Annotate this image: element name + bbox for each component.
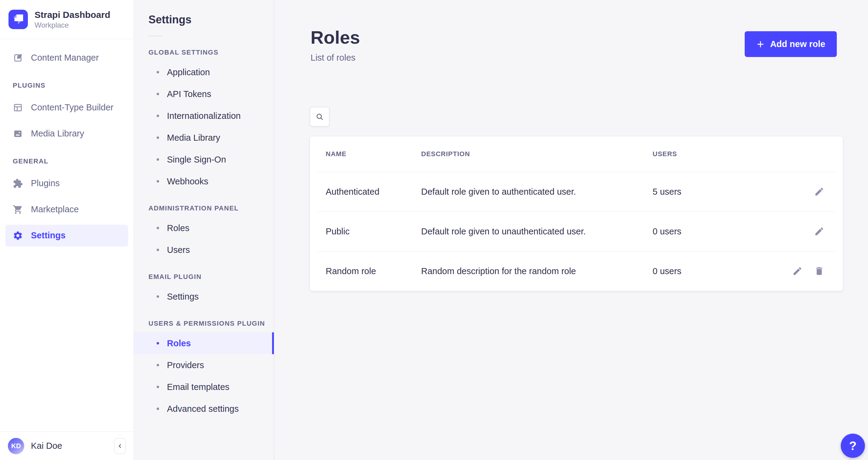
help-button[interactable]: ? <box>841 434 865 458</box>
subnav-item-webhooks[interactable]: Webhooks <box>134 170 274 192</box>
bullet-icon <box>157 249 159 251</box>
strapi-admin-app: Strapi Dashboard Workplace Content Manag… <box>0 0 868 460</box>
content-manager-icon <box>13 53 23 63</box>
sidebar-item-content-manager[interactable]: Content Manager <box>5 47 128 69</box>
edit-pencil-icon <box>814 226 825 236</box>
settings-subnav: Settings GLOBAL SETTINGS Application API… <box>134 0 274 460</box>
role-users-count: 0 users <box>653 227 765 236</box>
role-description: Random description for the random role <box>421 266 653 276</box>
plus-icon <box>756 40 765 49</box>
strapi-logo-icon <box>8 10 28 29</box>
bullet-icon <box>157 180 159 182</box>
subnav-item-up-roles[interactable]: Roles <box>134 332 274 354</box>
subnav-item-admin-users[interactable]: Users <box>134 239 274 261</box>
bullet-icon <box>157 158 159 161</box>
trash-icon <box>814 266 825 276</box>
avatar: KD <box>8 438 24 454</box>
table-row-authenticated[interactable]: Authenticated Default role given to auth… <box>310 172 843 211</box>
column-header-description: DESCRIPTION <box>421 150 653 158</box>
roles-table: NAME DESCRIPTION USERS Authenticated Def… <box>310 137 843 291</box>
subnav-section-email-plugin: EMAIL PLUGIN <box>134 273 274 286</box>
user-name: Kai Doe <box>31 441 62 451</box>
role-users-count: 0 users <box>653 266 765 276</box>
sidebar-item-label: Media Library <box>31 128 84 139</box>
bullet-icon <box>157 295 159 298</box>
sidebar-item-content-type-builder[interactable]: Content-Type Builder <box>5 97 128 119</box>
sidebar-item-label: Settings <box>31 230 65 240</box>
bullet-icon <box>157 386 159 388</box>
search-button[interactable] <box>310 107 329 126</box>
table-row-public[interactable]: Public Default role given to unauthentic… <box>310 212 843 251</box>
sidebar-item-label: Plugins <box>31 178 60 188</box>
sidebar-item-label: Content-Type Builder <box>31 103 113 113</box>
role-users-count: 5 users <box>653 187 765 197</box>
workspace-switcher[interactable]: Strapi Dashboard Workplace <box>0 0 134 39</box>
user-menu[interactable]: KD Kai Doe <box>8 438 62 454</box>
subnav-item-api-tokens[interactable]: API Tokens <box>134 83 274 105</box>
subnav-item-media-library[interactable]: Media Library <box>134 127 274 149</box>
page-subtitle: List of roles <box>311 53 360 63</box>
page-title: Roles <box>311 29 360 47</box>
settings-gear-icon <box>13 230 23 241</box>
subnav-item-email-settings[interactable]: Settings <box>134 286 274 308</box>
media-library-icon <box>13 128 23 139</box>
workspace-title: Strapi Dashboard <box>35 9 110 21</box>
plugins-icon <box>13 178 23 189</box>
subnav-item-admin-roles[interactable]: Roles <box>134 217 274 239</box>
nav-section-plugins: PLUGINS <box>0 73 134 97</box>
bullet-icon <box>157 407 159 410</box>
sidebar-item-label: Marketplace <box>31 204 79 214</box>
subnav-item-advanced-settings[interactable]: Advanced settings <box>134 398 274 420</box>
sidebar-item-media-library[interactable]: Media Library <box>5 123 128 145</box>
column-header-name: NAME <box>326 150 421 158</box>
main-navigation: Strapi Dashboard Workplace Content Manag… <box>0 0 134 460</box>
bullet-icon <box>157 364 159 366</box>
sidebar-item-plugins[interactable]: Plugins <box>5 173 128 194</box>
subnav-item-providers[interactable]: Providers <box>134 354 274 376</box>
subnav-section-users-permissions-plugin: USERS & PERMISSIONS PLUGIN <box>134 320 274 332</box>
role-name: Random role <box>326 266 421 276</box>
sidebar-footer: KD Kai Doe <box>0 431 134 460</box>
edit-pencil-icon <box>814 186 825 197</box>
marketplace-icon <box>13 204 23 215</box>
subnav-title: Settings <box>134 0 274 26</box>
sidebar-item-settings[interactable]: Settings <box>5 225 128 247</box>
role-description: Default role given to unauthenticated us… <box>421 227 653 236</box>
subnav-section-administration-panel: ADMINISTRATION PANEL <box>134 204 274 217</box>
main-content: Roles List of roles Add new role NAME <box>274 0 868 460</box>
edit-pencil-icon <box>792 266 803 276</box>
bullet-icon <box>157 137 159 139</box>
workspace-subtitle: Workplace <box>35 21 110 30</box>
subnav-item-email-templates[interactable]: Email templates <box>134 376 274 398</box>
subnav-divider <box>149 36 163 36</box>
edit-role-button[interactable] <box>812 225 826 238</box>
column-header-users: USERS <box>653 150 765 158</box>
subnav-item-single-sign-on[interactable]: Single Sign-On <box>134 149 274 170</box>
sidebar-item-marketplace[interactable]: Marketplace <box>5 199 128 221</box>
bullet-icon <box>157 71 159 74</box>
search-icon <box>315 112 324 121</box>
bullet-icon <box>157 93 159 95</box>
table-row-random-role[interactable]: Random role Random description for the r… <box>310 251 843 291</box>
collapse-sidebar-button[interactable] <box>114 438 126 454</box>
bullet-icon <box>157 115 159 117</box>
content-type-builder-icon <box>13 103 23 113</box>
role-name: Public <box>326 227 421 236</box>
add-new-role-button[interactable]: Add new role <box>745 31 837 57</box>
role-description: Default role given to authenticated user… <box>421 187 653 197</box>
sidebar-item-label: Content Manager <box>31 53 99 63</box>
bullet-icon <box>157 227 159 229</box>
subnav-section-global-settings: GLOBAL SETTINGS <box>134 49 274 61</box>
nav-section-general: GENERAL <box>0 149 134 173</box>
question-mark-icon: ? <box>849 439 857 453</box>
edit-role-button[interactable] <box>812 185 826 198</box>
chevron-left-icon <box>117 443 123 450</box>
subnav-item-application[interactable]: Application <box>134 61 274 83</box>
role-name: Authenticated <box>326 187 421 197</box>
delete-role-button[interactable] <box>812 264 826 278</box>
edit-role-button[interactable] <box>791 264 804 278</box>
subnav-item-internationalization[interactable]: Internationalization <box>134 105 274 127</box>
bullet-icon <box>157 342 159 344</box>
table-header-row: NAME DESCRIPTION USERS <box>310 137 843 172</box>
